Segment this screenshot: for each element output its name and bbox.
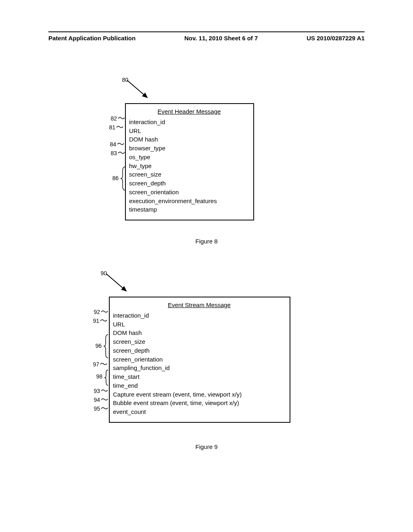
row-dom-hash: DOM hash: [113, 328, 286, 337]
arrow-80-icon: [125, 78, 153, 102]
brace-icon: [104, 369, 109, 386]
row-time-start: time_start: [113, 372, 286, 381]
tilde-icon: [118, 151, 126, 155]
figure-8-caption: Figure 8: [0, 238, 413, 245]
svg-line-0: [127, 80, 147, 98]
ref-93-label: 93: [88, 388, 100, 394]
ref-82-label: 82: [105, 115, 117, 122]
arrow-90-icon: [104, 272, 132, 296]
row-browser-type: browser_type: [129, 144, 249, 153]
ref-97-label: 97: [87, 361, 99, 368]
row-url: URL: [129, 127, 249, 135]
ref-92-label: 92: [88, 309, 100, 315]
event-header-box: Event Header Message interaction_id URL …: [125, 103, 254, 220]
header-center: Nov. 11, 2010 Sheet 6 of 7: [184, 35, 258, 42]
row-capture-stream: Capture event stream (event, time, viewp…: [113, 390, 286, 399]
brace-icon: [120, 166, 126, 191]
row-interaction-id: interaction_id: [129, 118, 249, 127]
row-sampling-fn: sampling_function_id: [113, 364, 286, 372]
row-screen-depth: screen_depth: [129, 179, 249, 188]
ref-95-label: 95: [88, 405, 100, 412]
ref-81-label: 81: [103, 124, 115, 131]
row-interaction-id: interaction_id: [113, 311, 286, 320]
row-time-end: time_end: [113, 381, 286, 390]
page-header: Patent Application Publication Nov. 11, …: [48, 31, 365, 42]
row-screen-size: screen_size: [113, 337, 286, 346]
figure-9-caption: Figure 9: [0, 443, 413, 450]
tilde-icon: [118, 116, 126, 120]
ref-98-label: 98: [90, 373, 102, 380]
event-stream-box: Event Stream Message interaction_id URL …: [109, 297, 290, 423]
row-screen-orientation: screen_orientation: [113, 355, 286, 364]
ref-91-label: 91: [87, 318, 99, 324]
row-dom-hash: DOM hash: [129, 135, 249, 144]
tilde-icon: [101, 310, 109, 314]
tilde-icon: [117, 142, 125, 146]
row-hw-type: hw_type: [129, 162, 249, 170]
row-screen-depth: screen_depth: [113, 346, 286, 355]
row-screen-size: screen_size: [129, 170, 249, 179]
ref-96-label: 96: [90, 343, 102, 349]
tilde-icon: [100, 362, 108, 366]
row-os-type: os_type: [129, 153, 249, 162]
ref-83-label: 83: [105, 150, 117, 156]
header-left: Patent Application Publication: [48, 35, 136, 42]
tilde-icon: [100, 318, 108, 322]
row-bubble-stream: Bubble event stream (event, time, viewpo…: [113, 399, 286, 407]
tilde-icon: [101, 406, 109, 410]
tilde-icon: [116, 125, 124, 129]
tilde-icon: [101, 389, 109, 393]
header-right: US 2010/0287229 A1: [307, 35, 365, 42]
row-screen-orientation: screen_orientation: [129, 188, 249, 197]
tilde-icon: [101, 397, 109, 401]
brace-icon: [103, 334, 109, 359]
event-header-title: Event Header Message: [129, 107, 249, 116]
row-url: URL: [113, 320, 286, 329]
ref-84-label: 84: [104, 141, 116, 148]
event-stream-title: Event Stream Message: [113, 301, 286, 310]
row-event-count: event_count: [113, 407, 286, 416]
svg-line-1: [106, 274, 126, 291]
ref-86-label: 86: [106, 175, 119, 181]
row-exec-env: execution_environment_features: [129, 197, 249, 206]
row-timestamp: timestamp: [129, 205, 249, 214]
ref-94-label: 94: [88, 397, 100, 403]
